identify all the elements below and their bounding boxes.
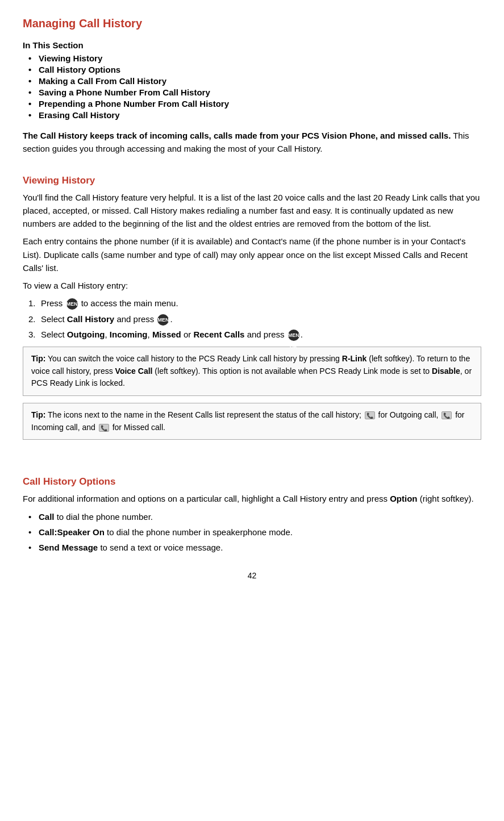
viewing-history-section: Viewing History You'll find the Call His…	[23, 175, 481, 440]
step-1-text2: to access the main menu.	[81, 298, 178, 308]
missed-call-icon: 📞	[99, 424, 109, 432]
bullet-saving-number: Saving a Phone Number From Call History	[28, 87, 481, 97]
page-title: Managing Call History	[23, 17, 481, 30]
tip1-bold2: Voice Call	[115, 366, 153, 376]
step-2-text: Select	[41, 314, 67, 324]
bullet-call-history-options: Call History Options	[28, 65, 481, 74]
tip2-text4: for Missed call.	[113, 423, 165, 432]
intro-paragraph: The Call History keeps track of incoming…	[23, 129, 481, 156]
intro-section: In This Section Viewing History Call His…	[23, 40, 481, 120]
tip1-label: Tip:	[31, 354, 45, 363]
call-options-text-2: to dial the phone number in speakerphone…	[105, 527, 293, 537]
step-1-num: 1.	[28, 297, 36, 310]
bullet-making-call: Making a Call From Call History	[28, 76, 481, 86]
page-number: 42	[23, 571, 481, 580]
call-options-text-3: to send a text or voice message.	[98, 543, 223, 552]
call-options-list: Call to dial the phone number. Call:Spea…	[23, 510, 481, 555]
step-3-bold2: Incoming	[110, 330, 148, 339]
call-options-item-call: Call to dial the phone number.	[28, 510, 481, 523]
viewing-history-para1: You'll find the Call History feature ver…	[23, 191, 481, 231]
step-2-num: 2.	[28, 312, 36, 326]
step-1: 1. Press MENUOK to access the main menu.	[28, 297, 481, 310]
call-options-bold-3: Send Message	[39, 543, 98, 552]
incoming-call-icon: 📞	[441, 411, 452, 419]
menu-icon-3: MENUOK	[288, 330, 299, 341]
call-options-item-speaker: Call:Speaker On to dial the phone number…	[28, 526, 481, 539]
cho-para-text2: (right softkey).	[420, 494, 474, 503]
tip-box-2: Tip: The icons next to the name in the R…	[23, 403, 481, 440]
viewing-history-para3: To view a Call History entry:	[23, 279, 481, 292]
viewing-history-steps: 1. Press MENUOK to access the main menu.…	[23, 297, 481, 341]
step-3: 3. Select Outgoing, Incoming, Missed or …	[28, 328, 481, 341]
step-3-text: Select	[41, 330, 67, 339]
step-3-sep3: or	[181, 330, 194, 339]
tip2-text: The icons next to the name in the Resent…	[45, 410, 363, 419]
step-3-bold1: Outgoing	[67, 330, 105, 339]
bullet-erasing: Erasing Call History	[28, 110, 481, 120]
step-3-text2: and press	[244, 330, 286, 339]
tip1-bold1: R-Link	[342, 354, 367, 363]
viewing-history-heading: Viewing History	[23, 175, 481, 186]
step-3-bold3: Missed	[152, 330, 181, 339]
step-2-text2: and press	[114, 314, 156, 324]
step-3-sep1: ,	[105, 330, 110, 339]
tip2-label: Tip:	[31, 410, 45, 419]
call-history-options-heading: Call History Options	[23, 476, 481, 487]
viewing-history-para2: Each entry contains the phone number (if…	[23, 235, 481, 274]
menu-icon-2: MENUOK	[157, 314, 169, 326]
step-2: 2. Select Call History and press MENUOK.	[28, 312, 481, 326]
menu-icon-1: MENUOK	[66, 298, 78, 310]
call-options-bold-1: Call	[39, 512, 55, 522]
call-options-item-send-message: Send Message to send a text or voice mes…	[28, 541, 481, 554]
intro-bold-lead: The Call History keeps track of incoming…	[23, 131, 451, 140]
tip1-text: You can switch the voice call history to…	[45, 354, 341, 363]
bullet-viewing-history: Viewing History	[28, 53, 481, 63]
intro-bullet-list: Viewing History Call History Options Mak…	[23, 53, 481, 120]
call-options-bold-2: Call:Speaker On	[39, 527, 105, 537]
tip1-bold3: Disable	[432, 366, 460, 376]
call-history-options-para: For additional information and options o…	[23, 492, 481, 505]
tip1-text3: (left softkey). This option is not avail…	[152, 366, 432, 376]
cho-para-text: For additional information and options o…	[23, 494, 388, 503]
cho-para-bold: Option	[390, 494, 417, 503]
outgoing-call-icon: 📞	[365, 411, 375, 419]
tip2-text2: for Outgoing call,	[378, 410, 441, 419]
step-3-bold4: Recent Calls	[193, 330, 244, 339]
bullet-prepending: Prepending a Phone Number From Call Hist…	[28, 99, 481, 109]
tip-box-1: Tip: You can switch the voice call histo…	[23, 347, 481, 396]
step-1-text: Press	[41, 298, 65, 308]
step-3-text3: .	[301, 330, 303, 339]
step-2-bold: Call History	[67, 314, 114, 324]
step-3-num: 3.	[28, 328, 36, 341]
call-history-options-section: Call History Options For additional info…	[23, 476, 481, 554]
step-3-sep2: ,	[148, 330, 152, 339]
in-this-section-label: In This Section	[23, 40, 481, 50]
step-2-text3: .	[170, 314, 172, 324]
call-options-text-1: to dial the phone number.	[55, 512, 153, 522]
